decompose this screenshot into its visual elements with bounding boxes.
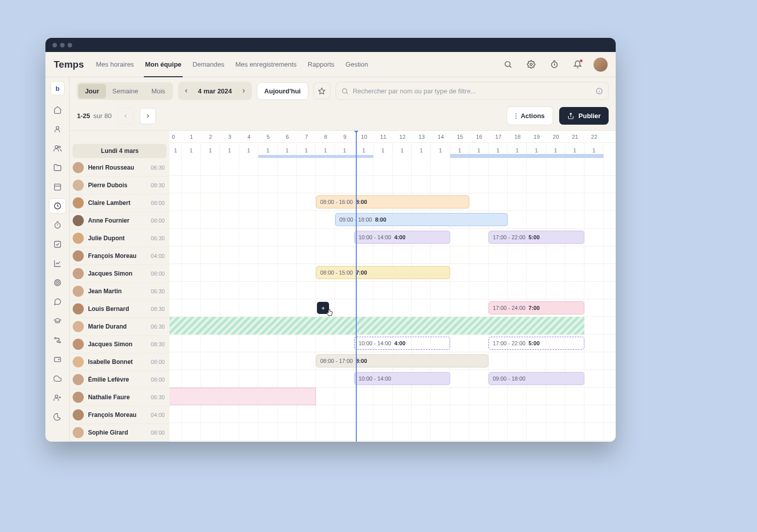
calendar-icon[interactable] [49, 179, 66, 194]
chart-icon[interactable] [49, 256, 66, 271]
svg-point-26 [515, 113, 516, 114]
view-mode-semaine[interactable]: Semaine [106, 84, 145, 98]
cap-icon[interactable] [49, 313, 66, 329]
min-dot[interactable] [60, 43, 65, 47]
prev-day-button[interactable] [180, 83, 193, 98]
schedule-row[interactable]: 10:00 - 14:0009:00 - 18:00 [170, 370, 616, 388]
cloud-icon[interactable] [49, 371, 66, 386]
schedule-row[interactable] [170, 246, 616, 264]
avatar [73, 427, 84, 438]
hour-label: 11 [373, 131, 393, 142]
hour-label: 0 [170, 131, 182, 142]
schedule-row[interactable]: 08:00 - 15:007:00 [170, 264, 616, 282]
employee-hours: 06:30 [151, 394, 170, 400]
folder-icon[interactable] [49, 160, 66, 175]
home-icon[interactable] [49, 102, 66, 118]
shift-block[interactable]: 10:00 - 14:00 [354, 372, 450, 385]
timer-icon[interactable] [547, 58, 561, 72]
logo-icon[interactable]: b [50, 81, 65, 95]
employee-row: Louis Bernard08:30 [70, 300, 170, 318]
schedule-row[interactable] [170, 158, 616, 176]
user-icon[interactable] [49, 122, 66, 137]
date-label: 4 mar 2024 [194, 87, 236, 95]
shift-block[interactable] [170, 388, 316, 405]
search-input[interactable] [353, 87, 591, 95]
flow-icon[interactable] [49, 333, 66, 348]
avatar[interactable] [593, 58, 608, 72]
schedule-row[interactable]: 08:00 - 16:008:00 [170, 193, 616, 211]
employee-name: François Moreau [88, 252, 146, 259]
svg-point-14 [57, 282, 58, 283]
svg-rect-7 [55, 184, 61, 190]
nav-tab-mes-enregistrements[interactable]: Mes enregistrements [234, 52, 297, 77]
schedule-row[interactable] [170, 423, 616, 441]
nav-tab-gestion[interactable]: Gestion [345, 52, 369, 77]
nav-tab-mon-équipe[interactable]: Mon équipe [144, 52, 182, 77]
nav-tab-rapports[interactable]: Rapports [307, 52, 336, 77]
schedule-row[interactable]: 17:00 - 24:007:00+ [170, 299, 616, 317]
next-day-button[interactable] [237, 83, 250, 98]
employee-hours: 08:30 [151, 341, 170, 347]
shift-block[interactable]: 08:00 - 15:007:00 [316, 266, 450, 279]
employee-name: Jean Martin [88, 288, 146, 295]
bell-icon[interactable] [570, 58, 584, 72]
employee-row: François Moreau04:00 [70, 247, 170, 265]
clock-icon[interactable] [49, 198, 66, 214]
target-icon[interactable] [49, 275, 66, 290]
schedule-row[interactable] [170, 176, 616, 193]
favorite-button[interactable] [313, 82, 331, 99]
schedule-row[interactable]: 09:00 - 18:008:00 [170, 211, 616, 229]
hour-label: 14 [431, 131, 450, 142]
shift-block[interactable]: 08:00 - 17:008:00 [316, 354, 489, 367]
close-dot[interactable] [52, 43, 57, 47]
hour-label: 5 [258, 131, 278, 142]
count-cell: 1 [239, 143, 258, 158]
pie-icon[interactable] [49, 409, 66, 424]
shift-block[interactable]: 10:00 - 14:004:00 [354, 337, 450, 350]
gear-icon[interactable] [524, 58, 538, 72]
view-mode-mois[interactable]: Mois [145, 84, 172, 98]
search-icon [341, 87, 349, 95]
schedule-row[interactable] [170, 405, 616, 423]
employee-hours: 06:30 [151, 235, 170, 241]
search-field[interactable] [336, 82, 609, 100]
actions-button[interactable]: Actions [507, 107, 554, 125]
employee-hours: 08:00 [151, 271, 170, 277]
avatar [73, 303, 84, 314]
today-button[interactable]: Aujourd'hui [257, 82, 308, 100]
schedule-row[interactable]: 08:00 - 17:008:00 [170, 352, 616, 370]
users-icon[interactable] [49, 141, 66, 156]
nav-tab-demandes[interactable]: Demandes [192, 52, 226, 77]
employee-hours: 08:00 [151, 377, 170, 383]
schedule-row[interactable] [170, 282, 616, 299]
shift-block[interactable]: 17:00 - 22:005:00 [489, 231, 584, 244]
avatar [73, 268, 84, 279]
schedule-row[interactable]: 10:00 - 14:004:0017:00 - 22:005:00 [170, 229, 616, 246]
publish-button[interactable]: Publier [559, 107, 609, 125]
shift-block[interactable]: 17:00 - 24:007:00 [489, 301, 584, 314]
max-dot[interactable] [68, 43, 72, 47]
nav-tab-mes-horaires[interactable]: Mes horaires [95, 52, 135, 77]
shift-block[interactable]: 08:00 - 16:008:00 [316, 195, 469, 208]
employee-hours: 08:00 [151, 200, 170, 206]
stopwatch-icon[interactable] [49, 218, 66, 233]
employee-name: Henri Rousseau [88, 164, 146, 171]
view-mode-jour[interactable]: Jour [78, 84, 105, 98]
schedule-row[interactable] [170, 388, 616, 405]
shift-block[interactable]: 09:00 - 18:008:00 [335, 213, 508, 226]
add-user-icon[interactable] [49, 390, 66, 405]
schedule-row[interactable]: 10:00 - 14:004:0017:00 - 22:005:00 [170, 335, 616, 352]
page-next-button[interactable] [140, 108, 156, 124]
page-prev-button[interactable] [118, 108, 134, 124]
check-square-icon[interactable] [49, 237, 66, 252]
chat-icon[interactable] [49, 294, 66, 309]
svg-point-6 [58, 146, 60, 148]
shift-block[interactable]: 10:00 - 14:004:00 [354, 231, 450, 244]
wallet-icon[interactable] [49, 352, 66, 367]
shift-block[interactable]: 17:00 - 22:005:00 [489, 337, 584, 350]
search-icon[interactable] [501, 58, 515, 72]
shift-block[interactable] [170, 317, 584, 335]
shift-block[interactable]: 09:00 - 18:00 [489, 372, 584, 385]
schedule-row[interactable] [170, 317, 616, 335]
info-icon[interactable] [596, 87, 603, 95]
